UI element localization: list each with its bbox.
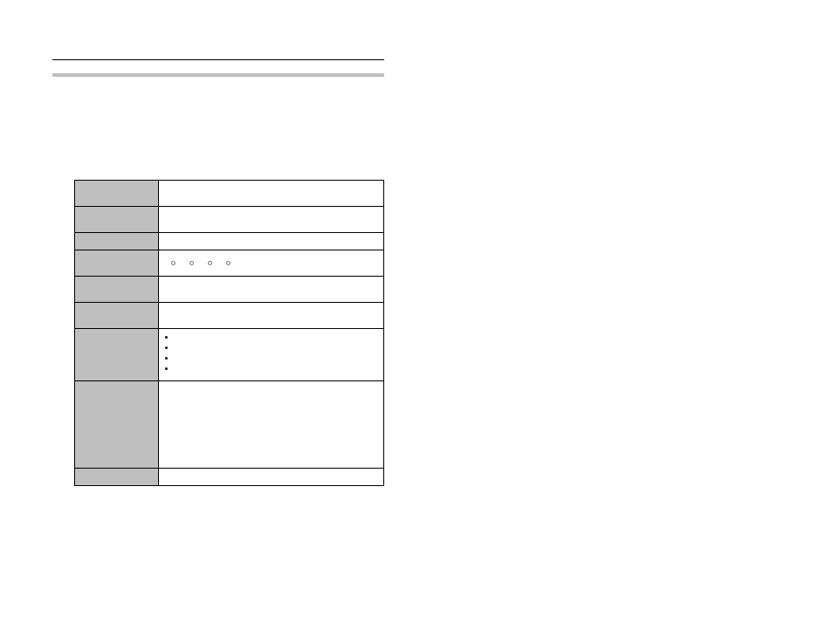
table-row bbox=[75, 381, 384, 469]
bullet-item bbox=[176, 343, 378, 353]
table-row bbox=[75, 303, 384, 329]
divider-grey bbox=[52, 73, 384, 77]
circle-icon bbox=[208, 261, 212, 265]
circle-icon bbox=[226, 261, 231, 265]
row-value bbox=[159, 277, 384, 303]
table-row bbox=[75, 181, 384, 207]
row-label bbox=[75, 381, 159, 469]
circle-icon bbox=[171, 261, 176, 265]
row-label bbox=[75, 233, 159, 250]
table-row bbox=[75, 250, 384, 277]
info-table bbox=[74, 180, 384, 486]
circle-dots bbox=[164, 254, 378, 272]
bullet-list bbox=[164, 332, 378, 374]
bullet-item bbox=[176, 364, 378, 374]
divider-top bbox=[52, 59, 384, 60]
table-row bbox=[75, 469, 384, 486]
row-value bbox=[159, 207, 384, 233]
row-value bbox=[159, 250, 384, 277]
row-label bbox=[75, 303, 159, 329]
row-value bbox=[159, 381, 384, 469]
row-label bbox=[75, 250, 159, 277]
row-value bbox=[159, 233, 384, 250]
circle-icon bbox=[189, 261, 194, 265]
row-label bbox=[75, 207, 159, 233]
table-row bbox=[75, 277, 384, 303]
row-label bbox=[75, 181, 159, 207]
bullet-item bbox=[176, 332, 378, 343]
table-row bbox=[75, 233, 384, 250]
bullet-item bbox=[176, 353, 378, 364]
row-value bbox=[159, 469, 384, 486]
row-label bbox=[75, 469, 159, 486]
row-value bbox=[159, 181, 384, 207]
row-label bbox=[75, 277, 159, 303]
page bbox=[0, 0, 833, 644]
row-label bbox=[75, 329, 159, 381]
row-value bbox=[159, 329, 384, 381]
table-row bbox=[75, 207, 384, 233]
row-value bbox=[159, 303, 384, 329]
table-row bbox=[75, 329, 384, 381]
